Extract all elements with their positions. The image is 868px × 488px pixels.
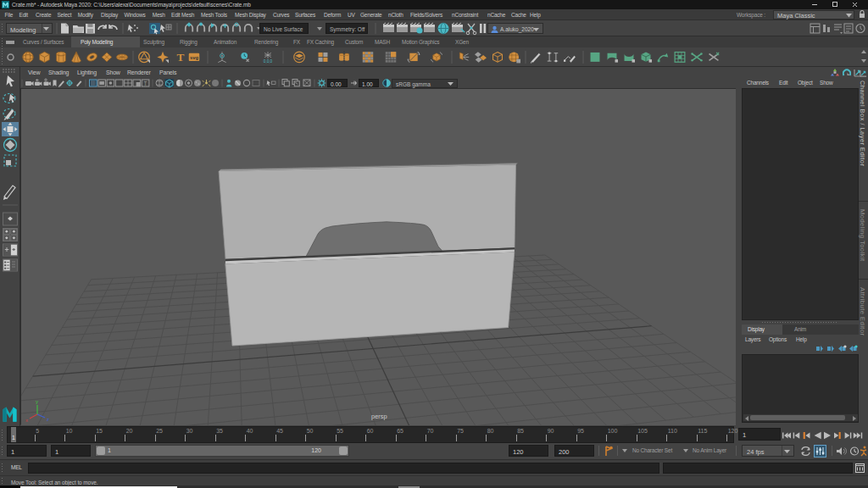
- svg-text:persp: persp: [371, 413, 387, 420]
- svg-text:T: T: [177, 51, 185, 64]
- svg-text:y: y: [36, 399, 38, 404]
- svg-text:0,0,0: 0,0,0: [264, 59, 273, 64]
- svg-text:svg: svg: [190, 55, 199, 60]
- svg-text:T: T: [144, 80, 147, 86]
- svg-text:z: z: [47, 417, 49, 422]
- svg-text:x: x: [25, 418, 28, 423]
